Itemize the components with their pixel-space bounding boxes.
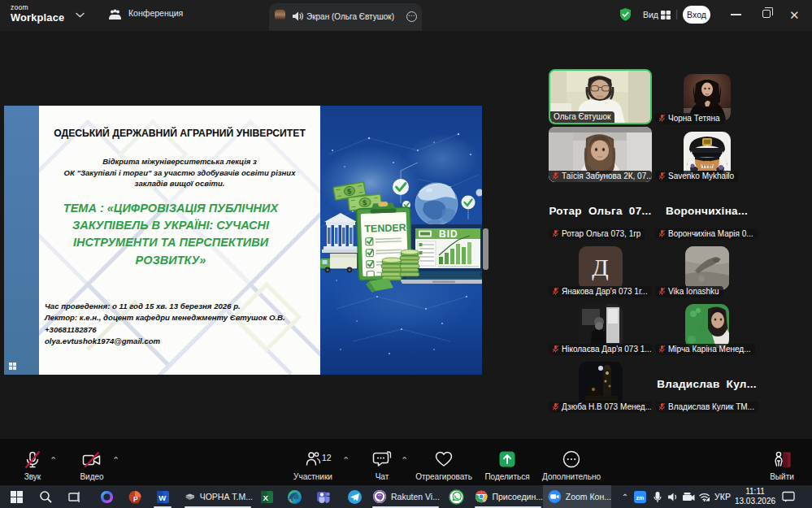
svg-text:TENDER: TENDER <box>364 222 406 235</box>
svg-text:W: W <box>158 493 166 501</box>
svg-text:BID: BID <box>439 228 458 240</box>
svg-text:$: $ <box>363 198 367 206</box>
svg-text:P: P <box>133 494 138 502</box>
svg-text:zm: zm <box>636 494 644 500</box>
svg-text:X: X <box>263 493 268 501</box>
